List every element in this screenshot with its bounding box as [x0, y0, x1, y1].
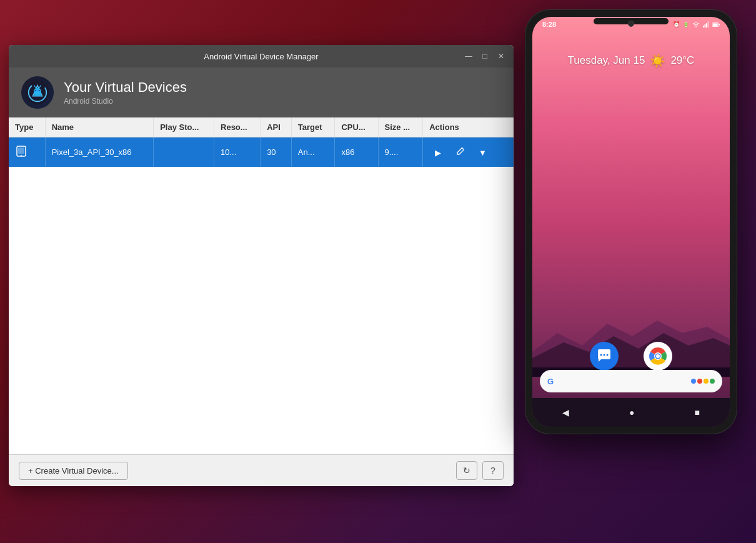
svg-rect-15: [705, 24, 706, 27]
nav-recent-button[interactable]: ■: [695, 407, 700, 417]
logo-svg: [26, 81, 49, 104]
window-footer: + Create Virtual Device... ↻ ?: [9, 454, 514, 486]
cell-play-store: [154, 137, 214, 167]
avd-manager-window: Android Virtual Device Manager — □ ✕: [9, 45, 514, 486]
refresh-button[interactable]: ↻: [456, 461, 477, 480]
messages-app-icon[interactable]: [590, 342, 619, 371]
phone-container: 8:28 ⏰ 🔋: [512, 9, 750, 534]
svg-rect-19: [713, 23, 718, 26]
svg-rect-20: [719, 24, 720, 26]
svg-point-24: [607, 354, 609, 356]
status-icons: ⏰ 🔋: [672, 21, 720, 28]
svg-rect-4: [34, 91, 41, 96]
cell-type: [9, 137, 45, 167]
header-title: Your Virtual Devices: [64, 79, 187, 96]
col-size[interactable]: Size ...: [378, 117, 423, 137]
svg-point-10: [40, 86, 41, 87]
date-text: Tuesday, Jun 15: [568, 54, 645, 67]
wifi-icon: [692, 21, 700, 28]
phone-date-display: Tuesday, Jun 15 ☀️ 29°C: [568, 53, 695, 68]
chrome-app-icon[interactable]: [644, 342, 672, 371]
svg-point-9: [34, 86, 35, 87]
col-name[interactable]: Name: [45, 117, 154, 137]
phone-screen: 8:28 ⏰ 🔋: [532, 17, 730, 427]
cell-api: 30: [261, 137, 292, 167]
table-header-row: Type Name Play Sto... Reso... API Target…: [9, 117, 514, 137]
more-options-button[interactable]: ▼: [474, 144, 491, 162]
google-logo: G: [547, 377, 554, 386]
device-type-icon: [15, 150, 27, 159]
nav-home-button[interactable]: ●: [629, 407, 634, 417]
svg-rect-12: [18, 147, 24, 154]
phone-camera: [628, 21, 634, 27]
google-assistant-dots: [691, 379, 715, 384]
footer-right-buttons: ↻ ?: [456, 461, 504, 480]
google-search-bar[interactable]: G: [540, 370, 722, 392]
play-button[interactable]: ▶: [429, 144, 447, 162]
window-titlebar: Android Virtual Device Manager — □ ✕: [9, 45, 514, 67]
close-button[interactable]: ✕: [496, 51, 506, 61]
android-studio-logo: [21, 76, 54, 109]
svg-point-22: [600, 354, 602, 356]
weather-icon: ☀️: [650, 53, 665, 68]
window-header: Your Virtual Devices Android Studio: [9, 67, 514, 117]
app-icons-row: [590, 342, 672, 371]
create-virtual-device-button[interactable]: + Create Virtual Device...: [19, 462, 128, 480]
col-target[interactable]: Target: [291, 117, 335, 137]
svg-point-5: [35, 90, 36, 91]
cell-name: Pixel_3a_API_30_x86: [45, 137, 154, 167]
battery-icon: [712, 21, 720, 28]
nav-back-button[interactable]: ◀: [562, 407, 569, 417]
temperature-text: 29°C: [670, 54, 694, 67]
col-play-store[interactable]: Play Sto...: [154, 117, 214, 137]
edit-button[interactable]: [452, 142, 469, 160]
help-button[interactable]: ?: [482, 461, 504, 480]
window-controls: — □ ✕: [464, 51, 506, 61]
svg-point-6: [39, 90, 40, 91]
signal-icon: [702, 21, 710, 28]
device-table-container[interactable]: Type Name Play Sto... Reso... API Target…: [9, 117, 514, 454]
svg-rect-17: [708, 21, 709, 27]
cell-resolution: 10...: [214, 137, 261, 167]
col-resolution[interactable]: Reso...: [214, 117, 261, 137]
col-api[interactable]: API: [261, 117, 292, 137]
window-content: Type Name Play Sto... Reso... API Target…: [9, 117, 514, 454]
help-icon: ?: [490, 466, 495, 476]
cell-actions: ▶ ▼: [423, 137, 514, 167]
svg-rect-16: [706, 23, 707, 27]
svg-point-23: [604, 354, 605, 356]
maximize-button[interactable]: □: [480, 51, 490, 61]
col-actions: Actions: [423, 117, 514, 137]
svg-rect-14: [703, 26, 704, 27]
window-title: Android Virtual Device Manager: [16, 52, 506, 61]
col-type[interactable]: Type: [9, 117, 45, 137]
cell-target: An...: [291, 137, 335, 167]
window-header-text: Your Virtual Devices Android Studio: [64, 79, 187, 106]
cell-size: 9....: [378, 137, 423, 167]
minimize-button[interactable]: —: [464, 51, 474, 61]
phone-nav-bar: ◀ ● ■: [532, 398, 730, 427]
cell-cpu: x86: [335, 137, 378, 167]
col-cpu[interactable]: CPU...: [335, 117, 378, 137]
table-row[interactable]: Pixel_3a_API_30_x86 10... 30 An... x86 9…: [9, 137, 514, 167]
header-subtitle: Android Studio: [64, 97, 187, 106]
device-table: Type Name Play Sto... Reso... API Target…: [9, 117, 514, 167]
svg-point-28: [656, 354, 660, 358]
status-time: 8:28: [542, 21, 556, 28]
phone-device: 8:28 ⏰ 🔋: [525, 9, 737, 434]
refresh-icon: ↻: [463, 466, 470, 476]
alarm-icon: ⏰: [672, 21, 680, 28]
battery-charging-icon: 🔋: [682, 21, 690, 28]
svg-point-13: [21, 154, 22, 156]
